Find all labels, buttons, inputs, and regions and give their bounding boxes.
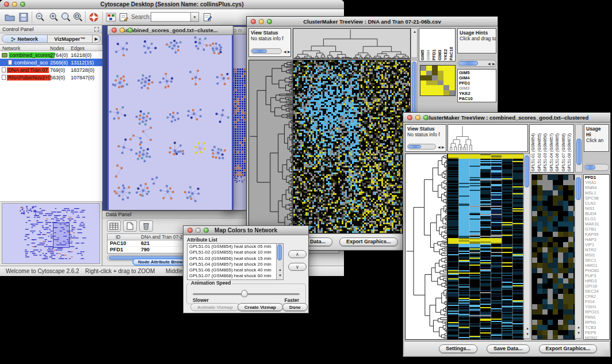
gene-label[interactable]: CPA2: [585, 294, 609, 299]
gene-label[interactable]: NIS1: [585, 206, 609, 211]
attribute-item[interactable]: GPL51-07 (GSM868) heat shock 60 min: [188, 273, 283, 279]
close-icon[interactable]: [407, 115, 412, 120]
col-label[interactable]: PAC10: [449, 29, 454, 60]
network-row[interactable]: combined_sco2569(6)13112(15): [0, 59, 102, 66]
resize-grip[interactable]: [603, 350, 610, 356]
scroll-down-icon[interactable]: ▼: [526, 332, 529, 336]
gene-label[interactable]: YRA1: [585, 180, 609, 185]
save-data-button[interactable]: Save Data...: [487, 344, 530, 353]
close-icon[interactable]: [4, 2, 9, 7]
col-label[interactable]: GPL51-06 (GSM865): [554, 125, 561, 171]
gene-label[interactable]: PFD1: [585, 175, 609, 180]
tv1-row-dendrogram[interactable]: [248, 60, 293, 233]
col-label[interactable]: GIM5: [420, 29, 426, 60]
gene-label[interactable]: PUF3: [585, 273, 609, 278]
net1-titlebar[interactable]: combined_scores_good.txt--cluste...: [108, 26, 233, 35]
tab-overflow-button[interactable]: ▶: [92, 35, 100, 43]
col-label[interactable]: GPL51-07 (GSM868): [561, 125, 567, 171]
close-icon[interactable]: [112, 28, 117, 33]
node-attribute-browser-tab[interactable]: Node Attribute Brows: [132, 258, 191, 266]
scroll-left-icon[interactable]: ◀: [438, 145, 441, 149]
attribute-list[interactable]: GPL51-01 (GSM854) heat shock 05 minGPL51…: [187, 243, 284, 280]
done-button[interactable]: Done: [282, 303, 308, 311]
network-canvas[interactable]: [109, 35, 232, 210]
gene-label[interactable]: PEP5: [585, 330, 609, 335]
scroll-thumb[interactable]: [525, 155, 529, 187]
gene-label[interactable]: VIP1: [585, 242, 609, 247]
minimize-icon[interactable]: [259, 19, 264, 24]
gene-label[interactable]: SEC24: [585, 289, 609, 294]
network-row[interactable]: combined_scores_2764(0)16218(0): [0, 51, 102, 59]
col-label[interactable]: PFD1: [431, 29, 437, 60]
gene-label[interactable]: PAN1: [585, 315, 609, 320]
scroll-right-icon[interactable]: ▶: [288, 50, 290, 53]
delete-attribute-button[interactable]: [139, 220, 153, 232]
row-label[interactable]: GIM4: [459, 75, 495, 81]
scroll-up-icon[interactable]: ▲: [413, 30, 416, 33]
scroll-thumb[interactable]: [585, 165, 595, 170]
annotation-button[interactable]: [117, 11, 130, 24]
tv2-zoom-hscrollbar[interactable]: [407, 144, 436, 150]
gene-label[interactable]: RNR4: [585, 185, 609, 190]
settings-button[interactable]: Settings...: [439, 344, 477, 353]
dialog-titlebar[interactable]: Map Colors to Network: [183, 226, 308, 235]
zoom-icon[interactable]: [128, 28, 133, 33]
col-network[interactable]: Network: [2, 45, 20, 51]
tv2-genes-vscrollbar[interactable]: ▲ ▼: [575, 174, 582, 339]
attribute-item[interactable]: GPL51-04 (GSM857) heat shock 20 min: [188, 262, 283, 267]
scroll-down-icon[interactable]: ▼: [577, 331, 580, 335]
col-label[interactable]: GPL51-02 (GSM855): [537, 125, 543, 171]
zoom-icon[interactable]: [238, 29, 242, 32]
gene-label[interactable]: SEC1: [585, 258, 609, 263]
tv1-col-dendrogram[interactable]: [293, 28, 411, 59]
attribute-item[interactable]: GPL51-06 (GSM865) heat shock 40 min: [188, 267, 283, 273]
gene-label[interactable]: YSH1: [585, 304, 609, 309]
col-label[interactable]: YKE2: [443, 29, 449, 60]
minimize-icon[interactable]: [196, 228, 201, 233]
gene-label[interactable]: GTB1: [585, 227, 609, 232]
zoom-icon[interactable]: [267, 19, 272, 24]
create-vizmap-button[interactable]: Create Vizmap: [238, 303, 283, 311]
save-session-button[interactable]: [17, 11, 30, 24]
gene-label[interactable]: HMG1: [585, 263, 609, 268]
zoom-actual-button[interactable]: [60, 11, 72, 24]
row-label[interactable]: PAC10: [459, 96, 495, 101]
zoom-out-button[interactable]: [34, 11, 47, 24]
tv2-overview-heatmap[interactable]: [531, 174, 575, 340]
minimize-icon[interactable]: [415, 115, 420, 120]
vizmapper-button[interactable]: [105, 11, 117, 24]
tv2-row-dendrogram[interactable]: [405, 154, 447, 340]
scroll-thumb[interactable]: [252, 49, 267, 53]
gene-label[interactable]: BUD4: [585, 211, 609, 216]
open-session-button[interactable]: [3, 11, 16, 24]
gene-label[interactable]: FIG4: [585, 299, 609, 304]
zoom-icon[interactable]: [20, 2, 25, 7]
gene-label[interactable]: GPI16: [585, 283, 609, 289]
col-label[interactable]: GPL51-08 (GSM872): [567, 125, 573, 171]
gene-label[interactable]: HRD3: [585, 278, 609, 283]
birdseye-viewport-rect[interactable]: [53, 223, 70, 248]
attribute-item[interactable]: GPL51-02 (GSM855) heat shock 10 min: [188, 250, 283, 255]
id-column-header[interactable]: ID: [116, 234, 121, 240]
minimize-icon[interactable]: [120, 28, 125, 33]
scroll-thumb[interactable]: [408, 145, 421, 148]
gene-label[interactable]: CLN1: [585, 201, 609, 206]
float-icon[interactable]: [94, 27, 99, 32]
gene-label[interactable]: SPC98: [585, 196, 609, 201]
scroll-thumb[interactable]: [576, 139, 582, 165]
col-nodes[interactable]: Nodes: [50, 45, 64, 51]
tv2-names-hscrollbar[interactable]: [584, 164, 609, 171]
scroll-thumb[interactable]: [576, 177, 581, 200]
gene-label[interactable]: KAP95: [585, 232, 609, 237]
move-down-button[interactable]: ∨: [288, 263, 307, 271]
search-dropdown-button[interactable]: ▼: [191, 12, 199, 22]
gene-label[interactable]: MAK31: [585, 221, 609, 227]
network-row[interactable]: RNAPuberNov2+!563(0)107847(0): [0, 74, 102, 81]
scroll-up-icon[interactable]: ▲: [526, 327, 529, 330]
tab-network[interactable]: Network: [2, 35, 48, 43]
gene-label[interactable]: MON2: [585, 335, 609, 340]
help-button[interactable]: [87, 11, 100, 24]
gene-label[interactable]: ELG1: [585, 216, 609, 221]
tv1-summary-heatmap[interactable]: [420, 65, 456, 96]
col-label[interactable]: GIM4: [426, 29, 431, 60]
